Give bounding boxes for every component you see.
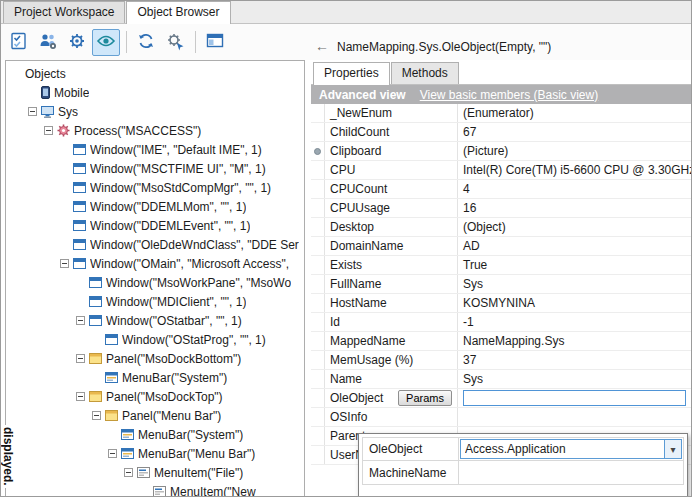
property-name: FullName <box>330 277 381 291</box>
back-icon[interactable]: ← <box>315 38 329 54</box>
toolbar <box>1 24 307 60</box>
menuitem-icon <box>137 467 150 478</box>
property-row[interactable]: ExistsTrue <box>311 256 691 275</box>
tree-item-label: Objects <box>25 67 66 81</box>
row-gutter <box>311 180 325 198</box>
row-gutter <box>311 256 325 274</box>
property-row[interactable]: ChildCount67 <box>311 123 691 142</box>
tree-item[interactable]: Objects <box>6 64 304 83</box>
tab-project-workspace[interactable]: Project Workspace <box>3 1 125 23</box>
row-gutter <box>311 351 325 369</box>
property-name: CPUUsage <box>330 201 390 215</box>
tree-item-label: Window("OMain", "Microsoft Access", <box>90 257 289 271</box>
property-row[interactable]: Desktop(Object) <box>311 218 691 237</box>
row-gutter <box>311 427 325 445</box>
tree-item[interactable]: Window("OleDdeWndClass", "DDE Ser <box>6 235 304 254</box>
tree-item-label: Window("OleDdeWndClass", "DDE Ser <box>90 238 299 252</box>
tree-item[interactable]: Window("IME", "Default IME", 1) <box>6 140 304 159</box>
object-tree-panel: ObjectsMobileSysProcess("MSACCESS")Windo… <box>5 60 305 497</box>
refresh-button[interactable] <box>132 29 160 56</box>
tab-properties[interactable]: Properties <box>313 62 390 85</box>
collapse-toggle-icon[interactable] <box>76 354 85 363</box>
tree-item[interactable]: MenuBar("Menu Bar") <box>6 444 304 463</box>
property-name: MemUsage (%) <box>330 353 413 367</box>
property-row[interactable]: MappedNameNameMapping.Sys <box>311 332 691 351</box>
advanced-settings-button[interactable] <box>161 29 189 56</box>
property-row[interactable]: FullNameSys <box>311 275 691 294</box>
property-value: -1 <box>463 315 474 329</box>
property-value: Sys <box>463 372 483 386</box>
tree-item[interactable]: Window("MsoStdCompMgr", "", 1) <box>6 178 304 197</box>
tree-item[interactable]: MenuBar("System") <box>6 368 304 387</box>
panels-icon <box>205 31 225 54</box>
collapse-toggle-icon[interactable] <box>60 259 69 268</box>
collapse-toggle-icon[interactable] <box>44 126 53 135</box>
property-row[interactable]: CPUIntel(R) Core(TM) i5-6600 CPU @ 3.30G… <box>311 161 691 180</box>
tree-item[interactable]: MenuBar("System") <box>6 425 304 444</box>
property-row[interactable]: OleObjectParams <box>311 389 691 408</box>
settings-button[interactable] <box>63 29 91 56</box>
property-row[interactable]: OSInfo <box>311 408 691 427</box>
checklist-button[interactable] <box>5 29 33 56</box>
dropdown-arrow-icon[interactable] <box>664 440 681 458</box>
property-row[interactable]: CPUCount4 <box>311 180 691 199</box>
row-gutter <box>311 294 325 312</box>
tree-item[interactable]: Window("OStatbar", "", 1) <box>6 311 304 330</box>
collapse-toggle-icon[interactable] <box>28 107 37 116</box>
tab-methods[interactable]: Methods <box>391 62 459 84</box>
tree-item[interactable]: Window("MSCTFIME UI", "M", 1) <box>6 159 304 178</box>
tree-item[interactable]: Window("DDEMLMom", "", 1) <box>6 197 304 216</box>
popup-param-row[interactable]: OleObjectAccess.Application <box>362 437 684 461</box>
tree-item[interactable]: Window("OStatProg", "", 1) <box>6 330 304 349</box>
row-gutter <box>311 370 325 388</box>
property-value: (Picture) <box>463 144 508 158</box>
collapse-toggle-icon[interactable] <box>124 468 133 477</box>
collapse-toggle-icon[interactable] <box>108 449 117 458</box>
highlight-button[interactable] <box>92 29 120 56</box>
property-row[interactable]: _NewEnum(Enumerator) <box>311 104 691 123</box>
tab-object-browser[interactable]: Object Browser <box>126 1 230 24</box>
popup-param-row[interactable]: MachineName <box>362 461 684 485</box>
property-value: 37 <box>463 353 476 367</box>
params-button[interactable]: Params <box>398 390 452 406</box>
collapse-toggle-icon[interactable] <box>76 392 85 401</box>
main-area: ObjectsMobileSysProcess("MSACCESS")Windo… <box>1 60 691 497</box>
row-gutter <box>311 104 325 122</box>
panels-button[interactable] <box>201 29 229 56</box>
oleobject-value-editor[interactable] <box>463 390 686 406</box>
tree-item[interactable]: Window("MsoWorkPane", "MsoWo <box>6 273 304 292</box>
tree-item[interactable]: Window("MDIClient", "", 1) <box>6 292 304 311</box>
tree-item[interactable]: Panel("Menu Bar") <box>6 406 304 425</box>
tree-item[interactable]: MenuItem("File") <box>6 463 304 482</box>
users-settings-button[interactable] <box>34 29 62 56</box>
property-row[interactable]: DomainNameAD <box>311 237 691 256</box>
window-icon <box>89 277 102 288</box>
row-gutter <box>311 123 325 141</box>
collapse-toggle-icon[interactable] <box>92 411 101 420</box>
tree-item[interactable]: Window("DDEMLEvent", "", 1) <box>6 216 304 235</box>
collapse-toggle-icon[interactable] <box>76 316 85 325</box>
property-value: KOSMYNINA <box>463 296 535 310</box>
property-row[interactable]: CPUUsage16 <box>311 199 691 218</box>
tree-item[interactable]: Panel("MsoDockTop") <box>6 387 304 406</box>
tree-item[interactable]: Mobile <box>6 83 304 102</box>
panel-icon <box>89 391 102 402</box>
row-gutter <box>311 446 325 464</box>
docked-panel-vertical-label: displayed. <box>1 425 15 488</box>
tree-item-label: Panel("MsoDockBottom") <box>106 352 241 366</box>
property-row[interactable]: HostNameKOSMYNINA <box>311 294 691 313</box>
tree-item[interactable]: Window("OMain", "Microsoft Access", <box>6 254 304 273</box>
basic-view-link[interactable]: View basic members (Basic view) <box>420 88 599 102</box>
tree-item[interactable]: Process("MSACCESS") <box>6 121 304 140</box>
tree-item[interactable]: Panel("MsoDockBottom") <box>6 349 304 368</box>
oleobject-combobox[interactable]: Access.Application <box>460 439 682 459</box>
property-row[interactable]: Id-1 <box>311 313 691 332</box>
tree-item[interactable]: Sys <box>6 102 304 121</box>
property-name: CPU <box>330 163 355 177</box>
tree-item[interactable]: MenuItem("New <box>6 482 304 497</box>
panel-icon <box>105 410 118 421</box>
inspector-header: ← NameMapping.Sys.OleObject(Empty, "") <box>307 24 691 60</box>
property-row[interactable]: Clipboard(Picture) <box>311 142 691 161</box>
property-row[interactable]: MemUsage (%)37 <box>311 351 691 370</box>
property-row[interactable]: NameSys <box>311 370 691 389</box>
